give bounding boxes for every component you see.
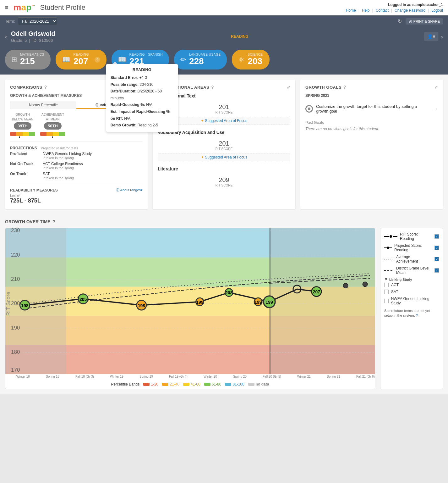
math-score-card[interactable]: ⊞ MATHEMATICS 215 <box>5 50 51 69</box>
x-label-7: Spring 20 <box>233 375 247 378</box>
percentile-bands: Percentile Bands 1-20 21-40 41-60 <box>5 380 375 389</box>
x-label-9: Winter 21 <box>297 375 311 378</box>
bands-label: Percentile Bands <box>111 382 140 386</box>
prev-student-button[interactable]: ‹ <box>5 33 7 40</box>
target-icon <box>305 105 313 113</box>
avg-achievement-legend-check[interactable]: ✓ <box>434 257 439 261</box>
goal-arrow-icon: → <box>432 106 438 112</box>
tooltip-row-1: Possible range: 204-210 <box>111 81 173 88</box>
logged-in-label: Logged in as sampleteacher_1 <box>346 3 443 7</box>
svg-text:198: 198 <box>138 303 145 308</box>
district-mean-legend-label: District Grade Level Mean <box>396 266 432 275</box>
growth-goals-expand-icon[interactable]: ⤢ <box>434 85 438 90</box>
tooltip-row-2: Date/Duration: 8/25/2020 - 60 minutes <box>111 88 173 102</box>
legend-nwea: NWEA Generic Linking Study <box>384 297 439 305</box>
legend-act: ACT <box>384 283 439 287</box>
nav-home[interactable]: Home <box>346 8 356 13</box>
band-61-80: 61-80 <box>212 382 221 386</box>
nav-contact[interactable]: Contact <box>376 8 389 13</box>
rit-score-legend-check[interactable]: ✓ <box>434 234 439 239</box>
language-label: LANGUAGE USAGE <box>189 53 221 56</box>
projected-score-legend-check[interactable]: ✓ <box>434 246 439 250</box>
x-label-1: Spring 18 <box>46 375 59 378</box>
print-share-button[interactable]: 🖨 PRINT & SHARE <box>406 18 443 25</box>
growth-badge: 39TH <box>14 122 31 130</box>
comparisons-title: COMPARISONS <box>10 85 42 90</box>
student-list-button[interactable]: 👤≡ <box>424 32 438 41</box>
svg-point-40 <box>363 282 367 286</box>
student-meta: Grade: 5 | ID: S10566 <box>11 38 55 43</box>
svg-text:199: 199 <box>196 300 203 305</box>
act-legend-check[interactable] <box>384 283 389 287</box>
svg-text:199: 199 <box>266 300 273 305</box>
growth-goals-section: GROWTH GOALS ? ⤢ SPRING 2021 Customize t… <box>300 80 443 209</box>
legend-avg-achievement: Average Achievement ✓ <box>384 255 439 264</box>
growth-goal-item[interactable]: Customize the growth target for this stu… <box>305 101 438 117</box>
svg-text:199: 199 <box>254 300 262 305</box>
x-label-2: Fall 18 (Gr 3) <box>75 375 94 378</box>
svg-text:208: 208 <box>225 290 232 295</box>
nwea-legend-label: NWEA Generic Linking Study <box>391 297 439 305</box>
math-icon: ⊞ <box>11 56 17 64</box>
rit-score-box-2: 209 RIT SCORE <box>158 174 290 190</box>
comparisons-help-icon[interactable]: ? <box>44 85 47 90</box>
reading-spanish-icon: 📖 <box>118 56 126 64</box>
instructional-areas-help-icon[interactable]: ? <box>211 85 214 90</box>
achievement-col: ACHIEVEMENT At Mean 50TH <box>40 113 65 138</box>
legend-rit-score: RIT Score: Reading ✓ <box>384 232 439 241</box>
nav-logout[interactable]: Logout <box>431 8 443 13</box>
lexile-value: 725L - 875L <box>10 197 143 204</box>
svg-text:RIT Score: RIT Score <box>5 292 11 316</box>
term-selector[interactable]: Fall 2020-2021 <box>18 17 57 25</box>
reading-info-icon[interactable]: ? <box>95 57 100 63</box>
legend-district-mean: District Grade Level Mean ✓ <box>384 266 439 275</box>
instr-area-1: Vocabulary Acquisition and Use 201 RIT S… <box>158 130 290 161</box>
about-ranges-link[interactable]: ⓘ About ranges▾ <box>116 188 143 192</box>
growth-over-time-help-icon[interactable]: ? <box>52 219 55 224</box>
tooltip-row-5: Demo Growth: Reading 2-5 <box>111 122 173 129</box>
svg-text:170: 170 <box>11 367 20 373</box>
norms-percentile-tab[interactable]: Norms Percentile <box>10 101 76 109</box>
reading-spanish-label: READING - SPANISH <box>129 53 163 56</box>
nwea-legend-check[interactable] <box>384 299 389 303</box>
print-icon: 🖨 <box>409 19 412 23</box>
science-score-card[interactable]: ⚛ SCIENCE 203 <box>232 50 270 69</box>
projection-proficient: Proficient NWEA Generic Linking Study If… <box>10 152 143 160</box>
svg-text:207: 207 <box>313 289 320 294</box>
growth-over-time-title: GROWTH OVER TIME <box>5 219 51 224</box>
projected-score-legend-label: Projected Score: Reading <box>394 243 432 252</box>
language-icon: ✏ <box>180 56 186 64</box>
district-mean-legend-check[interactable]: ✓ <box>434 268 439 273</box>
tooltip-row-3: Rapid-Guessing %: N/A <box>111 102 173 108</box>
projection-on-track: On Track SAT If taken in the spring <box>10 172 143 180</box>
legend-note-help-icon[interactable]: ? <box>416 314 418 317</box>
math-label: MATHEMATICS <box>20 53 44 56</box>
language-score-card[interactable]: ✏ LANGUAGE USAGE 228 <box>174 50 227 69</box>
refresh-button[interactable]: ↻ <box>398 18 402 24</box>
tooltip-title: READING <box>111 67 173 72</box>
sat-legend-label: SAT <box>391 290 398 294</box>
rit-score-legend-label: RIT Score: Reading <box>400 232 432 241</box>
nav-change-password[interactable]: Change Password <box>395 8 425 13</box>
projection-not-on-track: Not On Track ACT College Readiness If ta… <box>10 162 143 170</box>
growth-goals-title: GROWTH GOALS <box>305 85 341 90</box>
growth-goals-help-icon[interactable]: ? <box>343 85 346 90</box>
term-label: Term: <box>5 19 15 24</box>
reading-tooltip: READING Standard Error: +/- 3 Possible r… <box>106 64 178 132</box>
svg-text:200: 200 <box>11 300 20 306</box>
flag-icon: ⚑ <box>384 277 387 281</box>
reading-score: 207 <box>74 56 89 66</box>
menu-icon[interactable]: ≡ <box>5 4 8 11</box>
svg-text:198: 198 <box>21 303 28 308</box>
band-81-100: 81-100 <box>232 382 244 386</box>
chart-legend: RIT Score: Reading ✓ Projected Score: Re… <box>380 228 443 389</box>
next-student-button[interactable]: › <box>441 33 443 40</box>
no-previous-goals: There are no previous goals for this stu… <box>305 127 438 131</box>
reading-score-card[interactable]: 📖 READING 207 ? <box>56 50 107 69</box>
instructional-areas-expand-icon[interactable]: ⤢ <box>287 85 291 90</box>
nav-help[interactable]: Help <box>362 8 370 13</box>
past-goals-title: Past Goals <box>305 120 438 125</box>
reading-label: READING <box>74 53 89 56</box>
goal-text: Customize the growth target for this stu… <box>316 104 429 114</box>
sat-legend-check[interactable] <box>384 290 389 294</box>
